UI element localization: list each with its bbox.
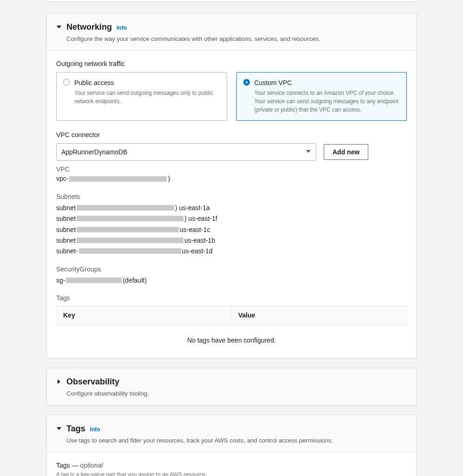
subnet-value: subnet us-east-1c (56, 225, 407, 234)
public-access-title: Public access (74, 78, 220, 87)
tags-heading-text: Tags — (56, 462, 80, 469)
securitygroups-label: SecurityGroups (56, 264, 407, 274)
tags-optional-text: optional (80, 462, 103, 469)
subnet-suffix: ) us-east-1a (175, 203, 210, 212)
subnet-suffix: us-east-1d (182, 246, 213, 256)
tags-header: Tags Info Use tags to search and filter … (47, 415, 416, 452)
info-link[interactable]: Info (90, 426, 100, 434)
public-access-desc: Your service can send outgoing messages … (74, 89, 220, 106)
networking-subtitle: Configure the way your service communica… (66, 35, 320, 44)
custom-vpc-option[interactable]: Custom VPC Your service connects to an A… (236, 72, 407, 120)
sg-suffix: (default) (123, 276, 146, 285)
add-new-button[interactable]: Add new (324, 144, 368, 160)
networking-panel: Networking Info Configure the way your s… (46, 13, 417, 358)
tags-subtitle: Use tags to search and filter your resou… (66, 436, 333, 445)
tags-panel: Tags Info Use tags to search and filter … (46, 415, 417, 476)
observability-title: Observability (66, 376, 119, 388)
chevron-down-icon (306, 147, 311, 157)
svg-marker-1 (306, 150, 311, 153)
tags-title: Tags (66, 423, 85, 435)
redacted-text (69, 176, 167, 182)
vpc-connector-value: AppRunnerDynamoDB (61, 148, 127, 156)
subnet-suffix: ) us-east-1f (184, 214, 217, 223)
subnet-value: subnet) us-east-1a (56, 203, 407, 212)
tags-value-header: Value (231, 306, 406, 324)
svg-marker-2 (58, 379, 60, 384)
caret-down-icon[interactable] (56, 424, 62, 434)
observability-panel: Observability Configure observability to… (46, 368, 417, 405)
tags-desc: A tag is a key-value pair that you assig… (56, 471, 407, 476)
vpc-connector-label: VPC connector (56, 130, 407, 139)
info-link[interactable]: Info (117, 24, 127, 32)
vpc-label: VPC (56, 165, 407, 174)
public-access-option[interactable]: Public access Your service can send outg… (56, 72, 227, 120)
tags-empty-message: No tags have been configured. (56, 325, 407, 347)
radio-icon (243, 79, 250, 86)
redacted-text (77, 216, 183, 221)
networking-body: Outgoing network traffic Public access Y… (47, 51, 416, 358)
subnets-label: Subnets (56, 192, 407, 201)
redacted-text (77, 238, 183, 243)
subnet-prefix: subnet (56, 236, 76, 245)
subnet-value: subnet) us-east-1f (56, 214, 407, 223)
redacted-text (77, 205, 174, 211)
radio-icon (63, 79, 70, 86)
vpc-value: vpc- ) (56, 174, 407, 183)
previous-panel-edge (46, 0, 417, 2)
subnet-value: subnet- us-east-1d (56, 246, 407, 256)
subnet-suffix: us-east-1b (184, 236, 215, 245)
subnet-prefix: subnet (56, 225, 76, 234)
caret-right-icon[interactable] (56, 377, 62, 387)
networking-header: Networking Info Configure the way your s… (47, 13, 416, 51)
subnet-prefix: subnet (56, 214, 76, 223)
networking-title: Networking (66, 21, 112, 33)
subnet-value: subnet us-east-1b (56, 236, 407, 245)
subnet-prefix: subnet (56, 203, 76, 212)
redacted-text (66, 278, 122, 283)
tags-body: Tags — optional A tag is a key-value pai… (47, 452, 416, 476)
subnet-suffix: us-east-1c (180, 225, 210, 234)
svg-marker-0 (57, 26, 61, 28)
observability-subtitle: Configure observability tooling. (66, 390, 149, 398)
outgoing-traffic-label: Outgoing network traffic (56, 59, 407, 68)
tags-table-header: Key Value (56, 305, 407, 325)
securitygroup-value: sg- (default) (56, 276, 407, 285)
vpc-suffix: ) (168, 174, 170, 183)
custom-vpc-desc: Your service connects to an Amazon VPC o… (254, 89, 400, 114)
svg-marker-3 (57, 427, 61, 430)
redacted-text (77, 227, 179, 232)
subnet-prefix: subnet- (56, 246, 78, 256)
tags-key-header: Key (57, 306, 231, 324)
tags-label: Tags (56, 293, 407, 303)
vpc-connector-select[interactable]: AppRunnerDynamoDB (56, 143, 316, 161)
caret-down-icon[interactable] (56, 23, 62, 32)
custom-vpc-title: Custom VPC (254, 78, 400, 87)
vpc-prefix: vpc- (56, 174, 68, 183)
tags-optional-heading: Tags — optional (56, 461, 407, 470)
sg-prefix: sg- (56, 276, 65, 285)
observability-header: Observability Configure observability to… (47, 368, 416, 405)
redacted-text (79, 248, 181, 254)
